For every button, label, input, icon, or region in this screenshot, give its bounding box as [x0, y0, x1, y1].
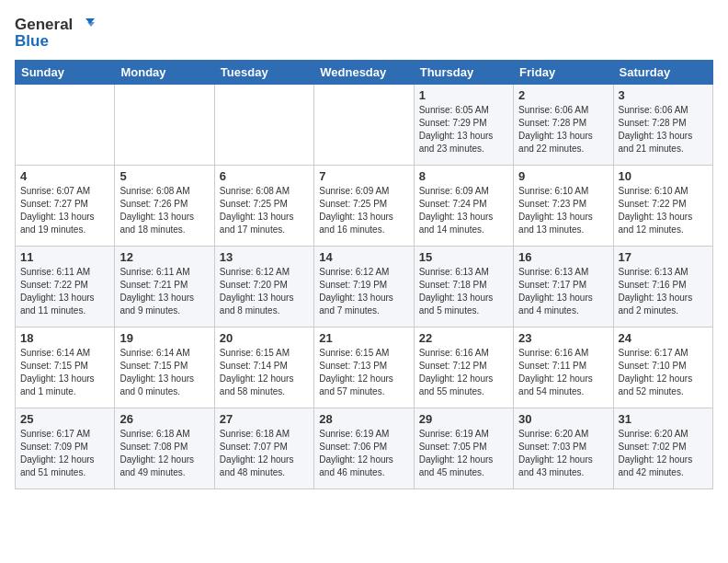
calendar-cell: 6 Sunrise: 6:08 AMSunset: 7:25 PMDayligh…: [214, 165, 313, 246]
calendar-cell: 24 Sunrise: 6:17 AMSunset: 7:10 PMDaylig…: [613, 327, 712, 408]
calendar-cell: 25 Sunrise: 6:17 AMSunset: 7:09 PMDaylig…: [16, 408, 115, 488]
sunrise-text: Sunrise: 6:09 AMSunset: 7:25 PMDaylight:…: [319, 186, 393, 235]
calendar-week-row: 25 Sunrise: 6:17 AMSunset: 7:09 PMDaylig…: [16, 408, 713, 488]
calendar-cell: 29 Sunrise: 6:19 AMSunset: 7:05 PMDaylig…: [414, 408, 513, 488]
calendar-cell: 16 Sunrise: 6:13 AMSunset: 7:17 PMDaylig…: [514, 246, 613, 327]
calendar-cell: [314, 84, 414, 165]
svg-marker-1: [87, 22, 95, 27]
calendar-cell: 26 Sunrise: 6:18 AMSunset: 7:08 PMDaylig…: [115, 408, 214, 488]
day-number: 18: [20, 331, 109, 345]
day-number: 1: [419, 88, 508, 102]
day-number: 27: [220, 412, 309, 426]
sunrise-text: Sunrise: 6:20 AMSunset: 7:03 PMDaylight:…: [518, 429, 593, 477]
calendar-cell: 1 Sunrise: 6:05 AMSunset: 7:29 PMDayligh…: [414, 84, 513, 165]
calendar-week-row: 18 Sunrise: 6:14 AMSunset: 7:15 PMDaylig…: [16, 327, 713, 408]
calendar-cell: 11 Sunrise: 6:11 AMSunset: 7:22 PMDaylig…: [16, 246, 115, 327]
calendar-cell: 21 Sunrise: 6:15 AMSunset: 7:13 PMDaylig…: [314, 327, 414, 408]
weekday-header-thursday: Thursday: [414, 60, 513, 84]
day-number: 22: [419, 331, 508, 345]
calendar-cell: 22 Sunrise: 6:16 AMSunset: 7:12 PMDaylig…: [414, 327, 513, 408]
day-number: 28: [319, 412, 408, 426]
sunrise-text: Sunrise: 6:06 AMSunset: 7:28 PMDaylight:…: [619, 105, 693, 154]
day-number: 24: [619, 331, 708, 345]
calendar-cell: 20 Sunrise: 6:15 AMSunset: 7:14 PMDaylig…: [214, 327, 313, 408]
calendar-week-row: 4 Sunrise: 6:07 AMSunset: 7:27 PMDayligh…: [16, 165, 713, 246]
calendar-cell: 10 Sunrise: 6:10 AMSunset: 7:22 PMDaylig…: [613, 165, 712, 246]
calendar-cell: 31 Sunrise: 6:20 AMSunset: 7:02 PMDaylig…: [613, 408, 712, 488]
calendar-cell: 12 Sunrise: 6:11 AMSunset: 7:21 PMDaylig…: [115, 246, 214, 327]
sunrise-text: Sunrise: 6:18 AMSunset: 7:08 PMDaylight:…: [119, 429, 194, 477]
day-number: 26: [119, 412, 209, 426]
calendar-cell: 8 Sunrise: 6:09 AMSunset: 7:24 PMDayligh…: [414, 165, 513, 246]
sunrise-text: Sunrise: 6:08 AMSunset: 7:25 PMDaylight:…: [220, 186, 294, 235]
calendar-cell: 9 Sunrise: 6:10 AMSunset: 7:23 PMDayligh…: [514, 165, 613, 246]
day-number: 15: [419, 250, 508, 264]
logo: General Blue: [15, 15, 95, 51]
calendar-cell: 13 Sunrise: 6:12 AMSunset: 7:20 PMDaylig…: [214, 246, 313, 327]
calendar-cell: 30 Sunrise: 6:20 AMSunset: 7:03 PMDaylig…: [514, 408, 613, 488]
calendar-cell: 5 Sunrise: 6:08 AMSunset: 7:26 PMDayligh…: [115, 165, 214, 246]
calendar-week-row: 1 Sunrise: 6:05 AMSunset: 7:29 PMDayligh…: [16, 84, 713, 165]
day-number: 21: [319, 331, 408, 345]
calendar-cell: 14 Sunrise: 6:12 AMSunset: 7:19 PMDaylig…: [314, 246, 414, 327]
day-number: 5: [119, 169, 209, 183]
calendar-cell: 17 Sunrise: 6:13 AMSunset: 7:16 PMDaylig…: [613, 246, 712, 327]
sunrise-text: Sunrise: 6:15 AMSunset: 7:13 PMDaylight:…: [319, 348, 393, 396]
calendar-cell: [115, 84, 214, 165]
calendar-cell: 18 Sunrise: 6:14 AMSunset: 7:15 PMDaylig…: [16, 327, 115, 408]
sunrise-text: Sunrise: 6:11 AMSunset: 7:22 PMDaylight:…: [20, 267, 95, 316]
logo-blue-text: Blue: [15, 33, 95, 51]
day-number: 12: [119, 250, 209, 264]
weekday-header-monday: Monday: [115, 60, 214, 84]
calendar-cell: 19 Sunrise: 6:14 AMSunset: 7:15 PMDaylig…: [115, 327, 214, 408]
day-number: 4: [20, 169, 109, 183]
sunrise-text: Sunrise: 6:13 AMSunset: 7:18 PMDaylight:…: [419, 267, 494, 316]
day-number: 31: [619, 412, 708, 426]
day-number: 10: [619, 169, 708, 183]
logo-general-text: General: [15, 17, 73, 34]
sunrise-text: Sunrise: 6:10 AMSunset: 7:23 PMDaylight:…: [518, 186, 593, 235]
sunrise-text: Sunrise: 6:16 AMSunset: 7:12 PMDaylight:…: [419, 348, 494, 396]
sunrise-text: Sunrise: 6:19 AMSunset: 7:06 PMDaylight:…: [319, 429, 393, 477]
sunrise-text: Sunrise: 6:08 AMSunset: 7:26 PMDaylight:…: [119, 186, 194, 235]
sunrise-text: Sunrise: 6:09 AMSunset: 7:24 PMDaylight:…: [419, 186, 494, 235]
sunrise-text: Sunrise: 6:13 AMSunset: 7:17 PMDaylight:…: [518, 267, 593, 316]
sunrise-text: Sunrise: 6:20 AMSunset: 7:02 PMDaylight:…: [619, 429, 693, 477]
sunrise-text: Sunrise: 6:12 AMSunset: 7:20 PMDaylight:…: [220, 267, 294, 316]
day-number: 14: [319, 250, 408, 264]
day-number: 25: [20, 412, 109, 426]
day-number: 23: [518, 331, 608, 345]
sunrise-text: Sunrise: 6:15 AMSunset: 7:14 PMDaylight:…: [220, 348, 294, 396]
day-number: 6: [220, 169, 309, 183]
calendar-cell: 7 Sunrise: 6:09 AMSunset: 7:25 PMDayligh…: [314, 165, 414, 246]
day-number: 9: [518, 169, 608, 183]
calendar-cell: 3 Sunrise: 6:06 AMSunset: 7:28 PMDayligh…: [613, 84, 712, 165]
sunrise-text: Sunrise: 6:06 AMSunset: 7:28 PMDaylight:…: [518, 105, 593, 154]
weekday-header-friday: Friday: [514, 60, 613, 84]
day-number: 20: [220, 331, 309, 345]
sunrise-text: Sunrise: 6:13 AMSunset: 7:16 PMDaylight:…: [619, 267, 693, 316]
sunrise-text: Sunrise: 6:19 AMSunset: 7:05 PMDaylight:…: [419, 429, 494, 477]
day-number: 3: [619, 88, 708, 102]
day-number: 29: [419, 412, 508, 426]
weekday-header-row: SundayMondayTuesdayWednesdayThursdayFrid…: [16, 60, 713, 84]
day-number: 2: [518, 88, 608, 102]
sunrise-text: Sunrise: 6:07 AMSunset: 7:27 PMDaylight:…: [20, 186, 95, 235]
weekday-header-sunday: Sunday: [16, 60, 115, 84]
sunrise-text: Sunrise: 6:17 AMSunset: 7:10 PMDaylight:…: [619, 348, 693, 396]
calendar-cell: 27 Sunrise: 6:18 AMSunset: 7:07 PMDaylig…: [214, 408, 313, 488]
calendar-cell: 15 Sunrise: 6:13 AMSunset: 7:18 PMDaylig…: [414, 246, 513, 327]
calendar-cell: 4 Sunrise: 6:07 AMSunset: 7:27 PMDayligh…: [16, 165, 115, 246]
day-number: 11: [20, 250, 109, 264]
weekday-header-tuesday: Tuesday: [214, 60, 313, 84]
sunrise-text: Sunrise: 6:12 AMSunset: 7:19 PMDaylight:…: [319, 267, 393, 316]
weekday-header-wednesday: Wednesday: [314, 60, 414, 84]
day-number: 7: [319, 169, 408, 183]
sunrise-text: Sunrise: 6:14 AMSunset: 7:15 PMDaylight:…: [20, 348, 95, 396]
calendar-cell: [214, 84, 313, 165]
day-number: 19: [119, 331, 209, 345]
calendar-cell: 23 Sunrise: 6:16 AMSunset: 7:11 PMDaylig…: [514, 327, 613, 408]
calendar-cell: 2 Sunrise: 6:06 AMSunset: 7:28 PMDayligh…: [514, 84, 613, 165]
day-number: 16: [518, 250, 608, 264]
page-header: General Blue: [15, 15, 713, 51]
